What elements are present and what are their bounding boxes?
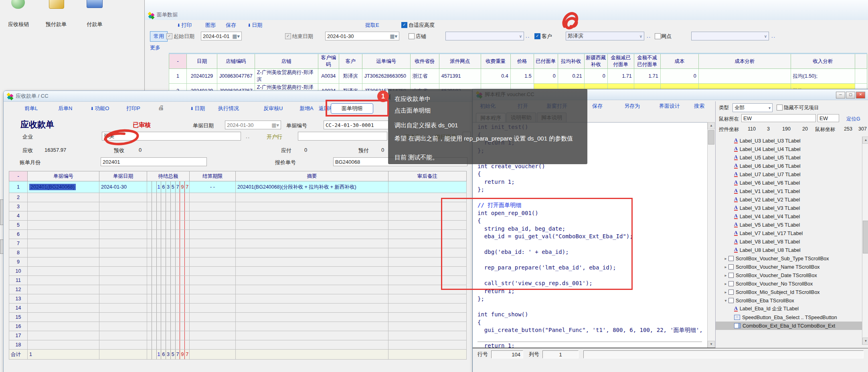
table-row[interactable]: 17	[9, 331, 467, 340]
cell[interactable]	[28, 340, 99, 350]
cell[interactable]: 0.4	[481, 69, 510, 84]
cell[interactable]: J00863047767	[217, 69, 255, 84]
table-row[interactable]: 18	[9, 340, 467, 350]
cell[interactable]	[388, 350, 467, 360]
cell[interactable]: 12	[9, 285, 28, 294]
calendar-icon[interactable]: ▦▾	[232, 33, 240, 39]
scroll-down-arrow[interactable]: ▼	[708, 341, 715, 348]
cell[interactable]	[190, 211, 236, 221]
scroll-down-arrow[interactable]: ▼	[862, 338, 868, 345]
tree-item[interactable]: ALabel_U6 Label_U6 TLabel	[716, 162, 862, 170]
column-header[interactable]: 日期	[187, 54, 217, 69]
cell[interactable]	[28, 248, 99, 257]
cell[interactable]	[190, 257, 236, 267]
tree-item[interactable]: ALabel_V7 Label_V17 TLabel	[716, 229, 862, 237]
shop-checkbox[interactable]	[409, 33, 415, 39]
scroll-thumb[interactable]	[708, 130, 714, 145]
cell[interactable]	[855, 69, 867, 84]
control-tree[interactable]: ALabel_U3 Label_U3 TLabelALabel_U4 Label…	[716, 137, 862, 345]
table-row[interactable]: 14	[9, 304, 467, 313]
shop-more-button[interactable]: ..	[526, 33, 530, 39]
cell[interactable]	[698, 69, 791, 84]
cell[interactable]: A0034	[318, 69, 339, 84]
month-input[interactable]: 202401	[101, 157, 207, 166]
cell[interactable]	[236, 285, 388, 294]
search-button[interactable]: 搜索	[694, 103, 704, 110]
cell[interactable]	[190, 239, 236, 248]
printer-icon[interactable]: 🖨	[158, 104, 164, 111]
cell[interactable]	[190, 340, 236, 350]
func-menu-button[interactable]: ⬇功能O	[90, 105, 109, 112]
cell[interactable]	[99, 202, 147, 211]
cell[interactable]	[28, 285, 99, 294]
table-row[interactable]: 16	[9, 322, 467, 331]
cell[interactable]: 8	[9, 248, 28, 257]
cell[interactable]: 6	[9, 230, 28, 239]
print-button[interactable]: ⬇打印	[177, 22, 192, 29]
table-row[interactable]: 120240129J00863047767Z-广州美妆贸易商行-郑泽滨A0034…	[169, 69, 867, 84]
amount-ledger-cell[interactable]	[147, 322, 190, 331]
desktop-icon-label[interactable]: 应收核销	[2, 21, 34, 28]
expand-icon[interactable]: ▸	[723, 256, 728, 261]
unaudit-button[interactable]: 反审核U	[263, 105, 283, 112]
tree-item[interactable]: ALabel_V2 Label_V2 TLabel	[716, 195, 862, 204]
cell[interactable]: 11	[9, 276, 28, 285]
amount-ledger-cell[interactable]	[147, 294, 190, 304]
cell[interactable]	[99, 267, 147, 276]
cell[interactable]	[190, 221, 236, 230]
cell[interactable]	[236, 350, 388, 360]
cell[interactable]	[99, 322, 147, 331]
cell[interactable]	[388, 181, 467, 193]
save-as-button[interactable]: 另存为	[624, 103, 640, 110]
cell[interactable]: 15	[9, 313, 28, 322]
cell[interactable]	[236, 221, 388, 230]
minimize-button[interactable]: ─	[836, 92, 845, 99]
cell[interactable]	[190, 331, 236, 340]
column-header[interactable]: 单据编号	[28, 171, 99, 181]
save-button[interactable]: 保存	[592, 103, 603, 110]
bank-input[interactable]	[298, 132, 387, 141]
amount-ledger-cell[interactable]	[147, 202, 190, 211]
column-header[interactable]: 金额减已付面单	[607, 54, 634, 69]
table-row[interactable]: 11	[9, 276, 467, 285]
common-filter-button[interactable]: 常用	[150, 31, 168, 42]
cell[interactable]: 1.71	[607, 69, 634, 84]
cell[interactable]: 9	[9, 257, 28, 267]
column-header[interactable]: -	[169, 54, 187, 69]
start-date-checkbox[interactable]: ✓	[166, 33, 172, 39]
cell[interactable]	[99, 331, 147, 340]
cell[interactable]: 0	[660, 69, 698, 84]
customer-checkbox[interactable]: ✓	[534, 33, 540, 39]
cell[interactable]	[99, 230, 147, 239]
cell[interactable]	[99, 211, 147, 221]
next-doc-button[interactable]: 后单N	[58, 105, 72, 112]
cell[interactable]	[388, 294, 467, 304]
hide-invisible-checkbox[interactable]	[777, 105, 783, 111]
start-date-input[interactable]: 2024-01-01▦▾	[201, 32, 242, 40]
cell[interactable]: 1.71	[634, 69, 660, 84]
column-header[interactable]: 成本	[660, 54, 698, 69]
amount-ledger-cell[interactable]	[147, 313, 190, 322]
close-button[interactable]: ✕	[856, 92, 865, 99]
cell[interactable]: 17	[9, 331, 28, 340]
cell[interactable]	[28, 294, 99, 304]
prev-doc-button[interactable]: 前单L	[24, 105, 38, 112]
cell[interactable]	[190, 276, 236, 285]
cell[interactable]: 14	[9, 304, 28, 313]
table-row[interactable]: 8	[9, 248, 467, 257]
scroll-up-arrow[interactable]: ▲	[708, 122, 715, 129]
auto-height-checkbox[interactable]: ✓	[401, 22, 407, 28]
cell[interactable]	[28, 221, 99, 230]
cell[interactable]: 1.5	[510, 69, 534, 84]
cell[interactable]	[28, 304, 99, 313]
expand-icon[interactable]: ▸	[723, 290, 728, 294]
expand-icon[interactable]: ▸	[723, 265, 728, 269]
column-header[interactable]: 金额不减已付面单	[634, 54, 660, 69]
cell[interactable]: 16	[9, 322, 28, 331]
column-header[interactable]: 单据日期	[99, 171, 147, 181]
cell[interactable]	[28, 267, 99, 276]
column-header[interactable]: 拉均补收	[558, 54, 584, 69]
amount-ledger-cell[interactable]	[147, 267, 190, 276]
cell[interactable]: 18	[9, 340, 28, 350]
add-button[interactable]: 新增A	[299, 105, 314, 112]
